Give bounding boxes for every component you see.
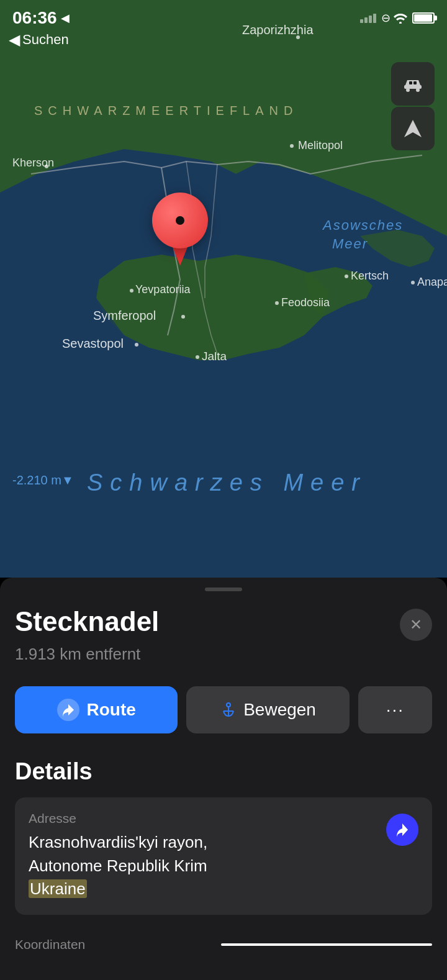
status-right: ⊖ (360, 11, 435, 25)
svg-rect-30 (409, 81, 412, 84)
navigation-icon (402, 117, 424, 140)
svg-point-28 (406, 88, 410, 92)
svg-point-14 (130, 289, 133, 293)
more-icon: ··· (386, 700, 404, 720)
back-button[interactable]: ◀ Suchen (9, 31, 69, 48)
more-button[interactable]: ··· (358, 686, 432, 733)
distance-text: 1.913 km entfernt (15, 645, 432, 664)
route-label: Route (87, 700, 136, 720)
place-title: Stecknadel (15, 606, 159, 637)
pin-tail (173, 247, 187, 266)
car-view-button[interactable] (391, 62, 435, 106)
location-arrow-icon: ◀ (61, 11, 70, 25)
anchor-icon (220, 701, 237, 719)
battery-icon (412, 12, 435, 24)
svg-point-20 (135, 343, 138, 347)
car-icon (402, 73, 424, 95)
wifi-icon: ⊖ (381, 11, 407, 25)
address-card: Adresse Krasnohvardiis'kyi rayon, Autono… (15, 797, 432, 915)
svg-text:Feodosiia: Feodosiia (281, 296, 330, 309)
address-content: Adresse Krasnohvardiis'kyi rayon, Autono… (29, 811, 207, 901)
sheet-handle (205, 588, 242, 591)
bewegen-button[interactable]: Bewegen (186, 686, 349, 733)
share-icon (394, 822, 410, 838)
svg-point-0 (399, 22, 402, 24)
close-button[interactable]: ✕ (400, 609, 432, 641)
bewegen-label: Bewegen (243, 700, 316, 720)
address-line3: Ukraine (29, 879, 87, 898)
status-time: 06:36 (12, 8, 57, 28)
svg-text:Sevastopol: Sevastopol (62, 337, 124, 350)
address-line1: Krasnohvardiis'kyi rayon, (29, 833, 207, 851)
address-value: Krasnohvardiis'kyi rayon, Autonome Repub… (29, 831, 207, 901)
svg-point-12 (411, 281, 415, 284)
svg-text:Kertsch: Kertsch (351, 270, 389, 282)
svg-point-18 (181, 315, 185, 319)
route-icon (57, 699, 79, 721)
pin-dot (176, 216, 184, 225)
koordinaten-label: Koordinaten (15, 937, 85, 952)
back-label: Suchen (22, 32, 69, 48)
svg-point-32 (227, 703, 230, 707)
koordinaten-value-bar (221, 943, 432, 946)
svg-point-29 (416, 88, 420, 92)
signal-bars-icon (360, 14, 376, 23)
svg-text:Yevpatoriia: Yevpatoriia (135, 283, 191, 296)
close-icon: ✕ (410, 617, 422, 632)
svg-text:Symferopol: Symferopol (93, 309, 156, 322)
svg-text:Melitopol: Melitopol (298, 139, 343, 152)
map-view[interactable]: Asowsches Meer Zaporizhzhia Melitopol Kh… (0, 0, 447, 578)
bottom-sheet: Stecknadel ✕ 1.913 km entfernt Route Bew… (0, 578, 447, 980)
map-controls (391, 62, 435, 150)
svg-text:-2.210 m▼: -2.210 m▼ (12, 473, 74, 487)
svg-text:Kherson: Kherson (12, 157, 54, 169)
location-button[interactable] (391, 107, 435, 150)
address-label: Adresse (29, 811, 207, 826)
svg-point-16 (275, 301, 279, 305)
address-line2: Autonome Republik Krim (29, 856, 207, 875)
svg-point-10 (345, 274, 348, 278)
route-button[interactable]: Route (15, 686, 178, 733)
status-bar: 06:36 ◀ ⊖ (0, 0, 447, 31)
svg-text:Meer: Meer (332, 236, 368, 252)
back-arrow-icon: ◀ (9, 31, 20, 48)
pin-bubble (152, 193, 208, 248)
koordinaten-row: Koordinaten (15, 923, 432, 958)
svg-text:SCHWARZMEERTIEFLAND: SCHWARZMEERTIEFLAND (34, 104, 298, 117)
svg-rect-27 (404, 85, 422, 89)
svg-text:Asowsches: Asowsches (322, 217, 403, 233)
svg-text:Anapa: Anapa (417, 276, 447, 288)
directions-icon (61, 703, 75, 717)
sheet-header: Stecknadel ✕ (15, 606, 432, 641)
svg-point-6 (290, 144, 294, 148)
map-svg: Asowsches Meer Zaporizhzhia Melitopol Kh… (0, 0, 447, 578)
map-pin[interactable] (152, 193, 208, 266)
address-navigate-button[interactable] (386, 814, 418, 846)
svg-text:Jalta: Jalta (202, 350, 227, 363)
status-left: 06:36 ◀ (12, 8, 70, 28)
svg-text:Schwarzes Meer: Schwarzes Meer (87, 470, 367, 496)
svg-point-22 (196, 355, 199, 359)
action-buttons: Route Bewegen ··· (15, 686, 432, 733)
details-title: Details (15, 758, 432, 785)
svg-rect-31 (413, 81, 417, 84)
